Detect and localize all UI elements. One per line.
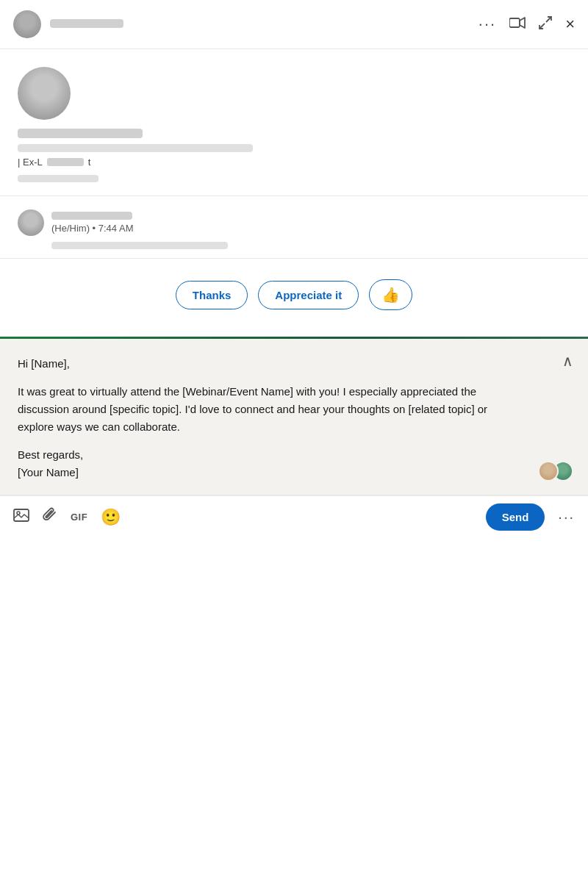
image-attach-icon[interactable]	[13, 508, 29, 526]
thumbs-up-reply-button[interactable]: 👍	[369, 279, 412, 310]
message-body-blur	[51, 242, 228, 249]
profile-ex-blur	[47, 158, 84, 166]
gif-button[interactable]: GIF	[71, 512, 87, 523]
profile-name-blur	[18, 129, 143, 138]
message-sender-info: (He/Him) • 7:44 AM	[51, 212, 133, 234]
message-sender-row: (He/Him) • 7:44 AM	[18, 209, 570, 236]
profile-title-row: | Ex-L t	[18, 157, 90, 168]
compose-area[interactable]: ∧ Hi [Name], It was great to virtually a…	[0, 339, 588, 495]
video-call-icon[interactable]	[509, 17, 526, 32]
thanks-reply-button[interactable]: Thanks	[176, 281, 248, 309]
shrink-icon[interactable]	[539, 16, 552, 33]
more-options-icon[interactable]: ···	[478, 15, 496, 34]
svg-rect-4	[14, 509, 29, 521]
appreciate-reply-button[interactable]: Appreciate it	[258, 281, 359, 309]
sender-name-blur	[51, 212, 132, 220]
svg-line-2	[546, 17, 551, 22]
collapse-compose-button[interactable]: ∧	[562, 352, 573, 370]
profile-date-blur	[18, 175, 98, 182]
quick-replies-section: Thanks Appreciate it 👍	[0, 259, 588, 337]
compose-message-text: Hi [Name], It was great to virtually att…	[18, 355, 510, 481]
header-icons: ··· ×	[478, 15, 575, 34]
profile-ex-suffix: t	[88, 157, 91, 168]
compose-body: It was great to virtually attend the [We…	[18, 383, 510, 436]
header-name	[50, 18, 478, 31]
compose-greeting: Hi [Name],	[18, 355, 510, 373]
toolbar-more-icon[interactable]: ···	[558, 509, 575, 526]
compose-closing: Best regards,[Your Name]	[18, 446, 510, 481]
compose-avatars	[538, 461, 573, 481]
send-button[interactable]: Send	[486, 503, 545, 531]
profile-sub-blur	[18, 144, 253, 152]
profile-ex-label: | Ex-L	[18, 157, 43, 168]
header: ··· ×	[0, 0, 588, 49]
profile-section: | Ex-L t	[0, 49, 588, 196]
profile-avatar	[18, 67, 71, 120]
svg-rect-0	[509, 18, 520, 27]
header-name-blur	[50, 19, 123, 28]
close-icon[interactable]: ×	[565, 15, 575, 34]
svg-line-3	[539, 24, 545, 29]
attach-file-icon[interactable]	[43, 507, 57, 527]
emoji-icon[interactable]: 🙂	[101, 508, 121, 527]
compose-toolbar: GIF 🙂 Send ···	[0, 495, 588, 538]
sender-pronouns-time: (He/Him) • 7:44 AM	[51, 223, 133, 234]
compose-avatar-1	[538, 461, 559, 481]
header-avatar	[13, 10, 41, 38]
message-avatar	[18, 209, 44, 236]
svg-marker-1	[520, 18, 525, 28]
message-section: (He/Him) • 7:44 AM	[0, 196, 588, 259]
